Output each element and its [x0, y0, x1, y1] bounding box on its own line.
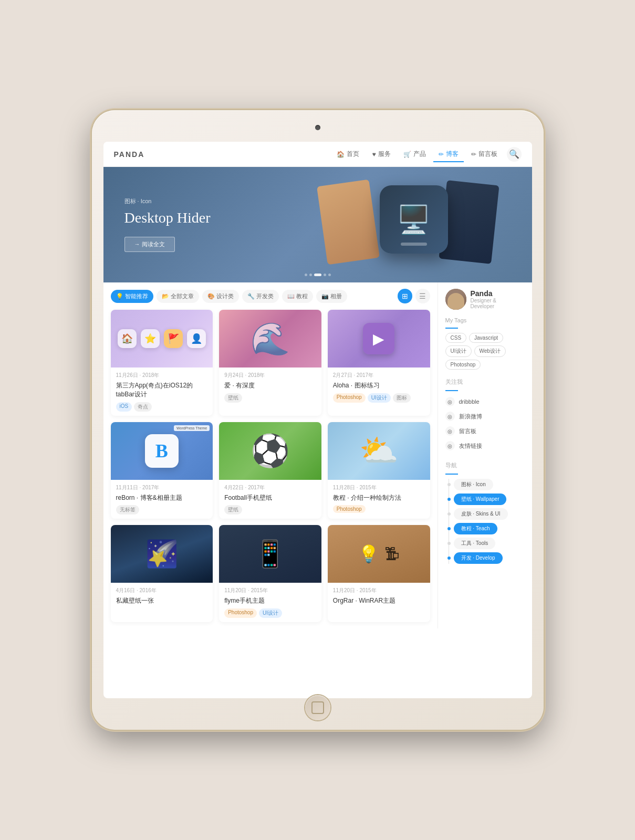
post-thumb-3: ▶ [328, 310, 430, 368]
nav-logo: PANDA [114, 150, 145, 159]
filter-bar: 💡 智能推荐 📂 全部文章 🎨 设计类 🔧 开发类 📖 教程 📷 相册 ⊞ ☰ [111, 289, 430, 303]
hero-dot-2[interactable] [309, 274, 312, 276]
post-tag[interactable]: 奇点 [134, 402, 152, 412]
post-card-9[interactable]: 💡 🗜 11月20日 · 2015年 OrgRar · WinRAR主题 [328, 525, 430, 622]
post-tag[interactable]: UI设计 [368, 393, 391, 403]
avatar [445, 289, 466, 310]
post-tags-3: Photoshop UI设计 图标 [333, 393, 425, 403]
post-tag[interactable]: 壁纸 [224, 505, 242, 514]
nav-label-tools: 工具 · Tools [454, 538, 496, 549]
hero-dots [305, 274, 331, 276]
nav-product[interactable]: 🛒 产品 [398, 146, 431, 162]
post-info-7: 4月16日 · 2016年 私藏壁纸一张 [111, 583, 213, 613]
tag-photoshop[interactable]: Photoshop [445, 360, 481, 370]
search-icon: 🔍 [509, 149, 519, 159]
follow-weibo[interactable]: ◎ 新浪微博 [445, 409, 525, 424]
follow-guestbook[interactable]: ◎ 留言板 [445, 424, 525, 438]
follow-dribbble[interactable]: ◎ dribbble [445, 394, 525, 409]
hero-banner: 图标 · Icon Desktop Hider → 阅读全文 🖥️ [103, 167, 532, 282]
post-tag[interactable]: iOS [116, 402, 132, 412]
nav-service[interactable]: ♥ 服务 [367, 146, 395, 162]
post-title-6: 教程 · 介绍一种绘制方法 [333, 494, 425, 502]
nav-item-develop[interactable]: 开发 · Develop [454, 552, 525, 564]
hero-title: Desktop Hider [124, 209, 211, 226]
ipad-frame: PANDA 🏠 首页 ♥ 服务 🛒 产品 ✏ 博客 ✏ 留言板 🔍 图标 · I… [92, 110, 544, 730]
camera [315, 125, 320, 130]
post-title-1: 第三方App(奇点)在iOS12的tabBar设计 [116, 381, 208, 399]
profile-info: Panda Designer &Developer [471, 289, 496, 309]
home-button[interactable] [305, 695, 330, 720]
filter-dev[interactable]: 🔧 开发类 [242, 290, 279, 303]
post-thumb-1: 🏠 ⭐ 🚩 👤 [111, 310, 213, 368]
weibo-icon: ◎ [445, 412, 455, 421]
post-info-5: 4月22日 · 2017年 Football手机壁纸 壁纸 [219, 480, 321, 519]
navbar: PANDA 🏠 首页 ♥ 服务 🛒 产品 ✏ 博客 ✏ 留言板 🔍 [103, 142, 532, 167]
view-list-button[interactable]: ☰ [415, 289, 430, 303]
nav-section: 导航 图标 · Icon 壁纸 · Wallpaper 皮肤 · Skins &… [445, 461, 525, 564]
filter-recommended[interactable]: 💡 智能推荐 [111, 290, 153, 303]
follow-title: 关注我 [445, 378, 525, 386]
post-card-1[interactable]: 🏠 ⭐ 🚩 👤 11月26日 · 2018年 第三方App(奇点)在iOS12的… [111, 310, 213, 416]
main-content: 💡 智能推荐 📂 全部文章 🎨 设计类 🔧 开发类 📖 教程 📷 相册 ⊞ ☰ [103, 282, 532, 628]
post-tags-4: 无标签 [116, 505, 208, 514]
post-title-4: reBorn · 博客&相册主题 [116, 494, 208, 502]
post-tag[interactable]: UI设计 [259, 608, 282, 618]
hero-dot-4[interactable] [324, 274, 326, 276]
post-tag[interactable]: 无标签 [116, 505, 139, 514]
nav-label-tutorial: 教程 · Teach [454, 523, 497, 534]
hero-dot-1[interactable] [305, 274, 307, 276]
filter-tutorial[interactable]: 📖 教程 [282, 290, 313, 303]
tags-title: My Tags [445, 317, 525, 323]
nav-divider [445, 474, 458, 475]
follow-label: 留言板 [459, 427, 476, 435]
follow-links[interactable]: ◎ 友情链接 [445, 438, 525, 453]
post-card-2[interactable]: 🌊 9月24日 · 2018年 爱 · 有深度 壁纸 [219, 310, 321, 416]
nav-blog[interactable]: ✏ 博客 [433, 146, 464, 162]
tag-ui[interactable]: UI设计 [445, 345, 472, 357]
nav-item-wallpaper[interactable]: 壁纸 · Wallpaper [454, 494, 525, 505]
nav-item-icon[interactable]: 图标 · Icon [454, 479, 525, 490]
filter-design[interactable]: 🎨 设计类 [202, 290, 239, 303]
hero-read-more-button[interactable]: → 阅读全文 [124, 237, 175, 252]
hero-dot-5[interactable] [328, 274, 331, 276]
content-left: 💡 智能推荐 📂 全部文章 🎨 设计类 🔧 开发类 📖 教程 📷 相册 ⊞ ☰ [103, 282, 438, 628]
filter-album[interactable]: 📷 相册 [316, 290, 347, 303]
tags-divider [445, 328, 458, 329]
post-thumb-6: ⛅ [328, 422, 430, 480]
post-date-6: 11月28日 · 2015年 [333, 484, 425, 491]
post-tag[interactable]: Photoshop [224, 608, 257, 618]
hero-img-main: 🖥️ [380, 185, 448, 254]
post-card-4[interactable]: B WordPress Theme 11月11日 · 2017年 reBorn … [111, 422, 213, 519]
post-tag[interactable]: 壁纸 [224, 393, 242, 403]
view-toggle: ⊞ ☰ [398, 289, 430, 303]
hero-img-left [317, 180, 380, 265]
post-tag[interactable]: Photoshop [333, 393, 366, 403]
nav-home[interactable]: 🏠 首页 [331, 146, 365, 162]
filter-all[interactable]: 📂 全部文章 [157, 290, 199, 303]
post-card-5[interactable]: ⚽ 4月22日 · 2017年 Football手机壁纸 壁纸 [219, 422, 321, 519]
profile-name: Panda [471, 289, 496, 298]
tag-javascript[interactable]: Javascript [469, 333, 503, 343]
post-card-3[interactable]: ▶ 2月27日 · 2017年 Aloha · 图标练习 Photoshop U… [328, 310, 430, 416]
nav-item-tutorial[interactable]: 教程 · Teach [454, 523, 525, 534]
search-button[interactable]: 🔍 [507, 147, 522, 162]
follow-label: dribbble [459, 398, 480, 405]
tag-css[interactable]: CSS [445, 333, 467, 343]
nav-message[interactable]: ✏ 留言板 [466, 146, 503, 162]
hero-dot-3[interactable] [314, 274, 321, 276]
post-tag[interactable]: Photoshop [333, 505, 366, 513]
profile-desc: Designer &Developer [471, 298, 496, 309]
nav-item-skins[interactable]: 皮肤 · Skins & UI [454, 508, 525, 520]
follow-divider [445, 390, 458, 391]
post-card-6[interactable]: ⛅ 11月28日 · 2015年 教程 · 介绍一种绘制方法 Photoshop [328, 422, 430, 519]
post-card-8[interactable]: 📱 11月20日 · 2015年 flyme手机主题 Photoshop UI设… [219, 525, 321, 622]
nav-item-tools[interactable]: 工具 · Tools [454, 538, 525, 549]
post-card-7[interactable]: 🌠 4月16日 · 2016年 私藏壁纸一张 [111, 525, 213, 622]
follow-section: 关注我 ◎ dribbble ◎ 新浪微博 ◎ 留言板 [445, 378, 525, 453]
view-grid-button[interactable]: ⊞ [398, 289, 412, 303]
post-tag[interactable]: 图标 [393, 393, 411, 403]
tag-webdesign[interactable]: Web设计 [474, 345, 506, 357]
post-date-2: 9月24日 · 2018年 [224, 372, 316, 379]
post-thumb-2: 🌊 [219, 310, 321, 368]
post-tags-1: iOS 奇点 [116, 402, 208, 412]
